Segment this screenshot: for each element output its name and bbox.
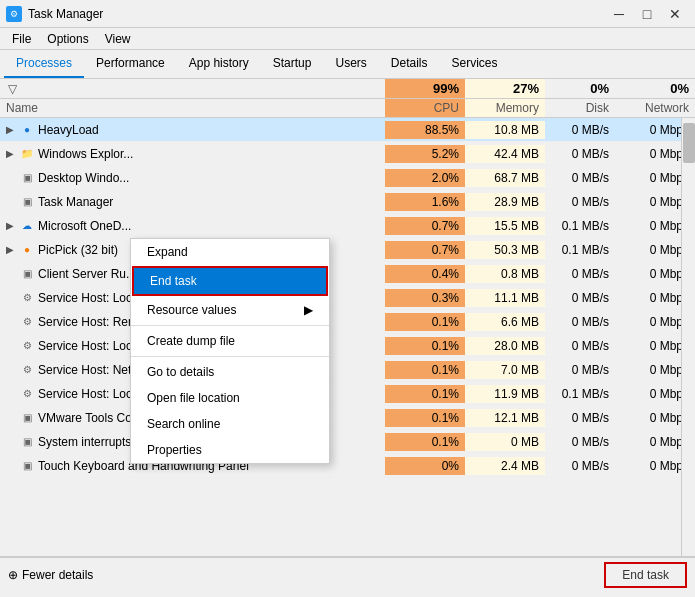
main-content: ▽ 99% 27% 0% 0% Name CPU Memory Disk Net… [0,79,695,556]
tab-services[interactable]: Services [440,50,510,78]
memory-cell: 7.0 MB [465,361,545,379]
ctx-create-dump[interactable]: Create dump file [131,328,329,354]
cpu-cell: 0.1% [385,433,465,451]
process-name: System interrupts [38,435,131,449]
memory-cell: 10.8 MB [465,121,545,139]
disk-cell: 0 MB/s [545,193,615,211]
table-row[interactable]: ⚙ Service Host: Local Service (No Networ… [0,286,695,310]
memory-cell: 28.9 MB [465,193,545,211]
process-name: Windows Explor... [38,147,133,161]
ctx-separator-1 [131,325,329,326]
fewer-details-icon: ⊕ [8,568,18,582]
table-row[interactable]: ⚙ Service Host: Remote Procedure Call (2… [0,310,695,334]
tab-app-history[interactable]: App history [177,50,261,78]
table-row[interactable]: ▣ Touch Keyboard and Handwriting Panel 0… [0,454,695,478]
cpu-cell: 0.1% [385,361,465,379]
menu-file[interactable]: File [4,30,39,48]
table-row[interactable]: ▣ System interrupts 0.1% 0 MB 0 MB/s 0 M… [0,430,695,454]
ctx-end-task[interactable]: End task [132,266,328,296]
table-row[interactable]: ▶ ● HeavyLoad 88.5% 10.8 MB 0 MB/s 0 Mbp… [0,118,695,142]
process-name: Client Server Ru... [38,267,136,281]
ctx-separator-2 [131,356,329,357]
memory-cell: 2.4 MB [465,457,545,475]
disk-cell: 0 MB/s [545,361,615,379]
cpu-cell: 0.4% [385,265,465,283]
network-header[interactable]: Network [615,99,695,117]
table-row[interactable]: ▶ ● PicPick (32 bit) 0.7% 50.3 MB 0.1 MB… [0,238,695,262]
process-icon: ⚙ [20,387,34,401]
disk-cell: 0 MB/s [545,265,615,283]
tab-details[interactable]: Details [379,50,440,78]
expand-arrow-icon: ▶ [6,220,16,231]
disk-cell: 0 MB/s [545,409,615,427]
cpu-cell: 0.1% [385,337,465,355]
close-button[interactable]: ✕ [661,3,689,25]
column-headers: Name CPU Memory Disk Network [0,99,695,118]
ctx-go-to-details[interactable]: Go to details [131,359,329,385]
process-name: PicPick (32 bit) [38,243,118,257]
table-row[interactable]: ⚙ Service Host: Local Service (Network R… [0,382,695,406]
end-task-button[interactable]: End task [604,562,687,588]
memory-cell: 0.8 MB [465,265,545,283]
ctx-properties[interactable]: Properties [131,437,329,463]
menu-view[interactable]: View [97,30,139,48]
disk-cell: 0 MB/s [545,457,615,475]
ctx-search-online[interactable]: Search online [131,411,329,437]
ctx-open-file-location[interactable]: Open file location [131,385,329,411]
memory-cell: 42.4 MB [465,145,545,163]
memory-header[interactable]: Memory [465,99,545,117]
process-name-cell: ▶ ● HeavyLoad [0,121,385,139]
process-name: Microsoft OneD... [38,219,131,233]
expand-arrow-icon: ▶ [6,148,16,159]
disk-header[interactable]: Disk [545,99,615,117]
table-row[interactable]: ▣ VMware Tools Core Service 0.1% 12.1 MB… [0,406,695,430]
submenu-arrow-icon: ▶ [304,303,313,317]
table-row[interactable]: ⚙ Service Host: Network Service (5) 0.1%… [0,358,695,382]
process-icon: ▣ [20,171,34,185]
expand-arrow-icon: ▶ [6,244,16,255]
table-row[interactable]: ▶ ☁ Microsoft OneD... 0.7% 15.5 MB 0.1 M… [0,214,695,238]
menu-options[interactable]: Options [39,30,96,48]
process-name: Desktop Windo... [38,171,129,185]
disk-cell: 0 MB/s [545,313,615,331]
cpu-cell: 0.7% [385,241,465,259]
disk-cell: 0 MB/s [545,145,615,163]
process-icon: ▣ [20,459,34,473]
memory-percentage: 27% [465,79,545,98]
disk-cell: 0 MB/s [545,169,615,187]
name-header[interactable]: Name [0,99,385,117]
process-name: Task Manager [38,195,113,209]
disk-cell: 0.1 MB/s [545,217,615,235]
table-row[interactable]: ⚙ Service Host: Local System (18) 0.1% 2… [0,334,695,358]
ctx-expand[interactable]: Expand [131,239,329,265]
memory-cell: 12.1 MB [465,409,545,427]
tab-startup[interactable]: Startup [261,50,324,78]
process-icon: ▣ [20,435,34,449]
process-name-cell: ▣ Desktop Windo... [0,169,385,187]
table-row[interactable]: ▣ Task Manager 1.6% 28.9 MB 0 MB/s 0 Mbp… [0,190,695,214]
ctx-resource-values[interactable]: Resource values ▶ [131,297,329,323]
maximize-button[interactable]: □ [633,3,661,25]
process-icon: ▣ [20,267,34,281]
process-icon: ▣ [20,411,34,425]
tab-processes[interactable]: Processes [4,50,84,78]
cpu-cell: 0.1% [385,385,465,403]
app-title: Task Manager [28,7,103,21]
cpu-percentage: 99% [385,79,465,98]
fewer-details-button[interactable]: ⊕ Fewer details [8,568,93,582]
cpu-cell: 1.6% [385,193,465,211]
cpu-header[interactable]: CPU [385,99,465,117]
table-row[interactable]: ▣ Desktop Windo... 2.0% 68.7 MB 0 MB/s 0… [0,166,695,190]
cpu-cell: 0.7% [385,217,465,235]
process-icon: ● [20,243,34,257]
tab-performance[interactable]: Performance [84,50,177,78]
disk-cell: 0 MB/s [545,433,615,451]
scrollbar[interactable] [681,118,695,556]
tab-users[interactable]: Users [323,50,378,78]
table-row[interactable]: ▶ 📁 Windows Explor... 5.2% 42.4 MB 0 MB/… [0,142,695,166]
minimize-button[interactable]: ─ [605,3,633,25]
table-row[interactable]: ▣ Client Server Ru... 0.4% 0.8 MB 0 MB/s… [0,262,695,286]
cpu-cell: 5.2% [385,145,465,163]
memory-cell: 0 MB [465,433,545,451]
scrollbar-thumb[interactable] [683,123,695,163]
